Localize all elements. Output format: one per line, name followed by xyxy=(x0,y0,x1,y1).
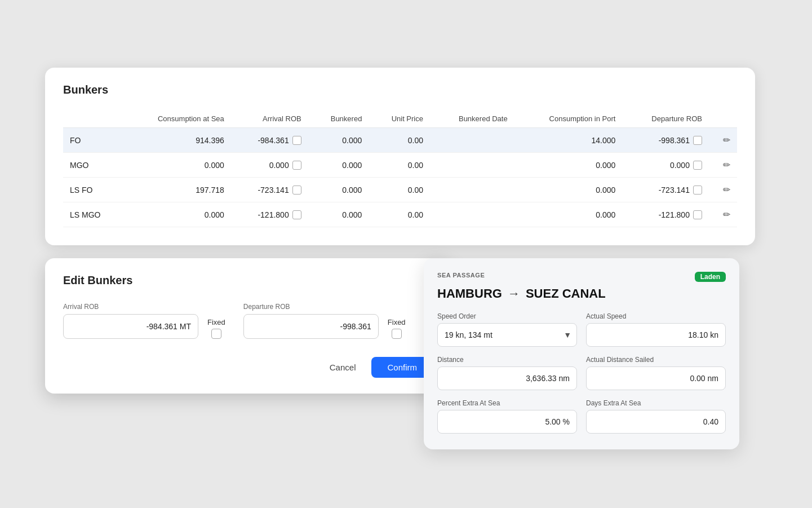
col-unit-price: Unit Price xyxy=(369,110,430,128)
speed-order-select[interactable]: 19 kn, 134 mt 18 kn, 120 mt 17 kn, 105 m… xyxy=(437,323,577,347)
sp-route: HAMBURG → SUEZ CANAL xyxy=(437,286,726,301)
arrival-fixed-label: Fixed xyxy=(207,318,225,326)
table-cell: -723.141 xyxy=(231,178,308,202)
modal-actions: Cancel Confirm xyxy=(63,357,433,378)
table-cell: 0.000 xyxy=(308,153,369,178)
sea-passage-panel: SEA PASSAGE Laden HAMBURG → SUEZ CANAL S… xyxy=(424,258,739,449)
edit-icon[interactable]: ✏ xyxy=(723,135,730,145)
speed-order-label: Speed Order xyxy=(437,312,577,320)
edit-cell: ✏ xyxy=(709,128,737,153)
cancel-button[interactable]: Cancel xyxy=(321,357,365,378)
arrival-fixed-checkbox[interactable] xyxy=(211,329,221,339)
percent-extra-label: Percent Extra At Sea xyxy=(437,399,577,407)
modal-fields: Arrival ROB Fixed Departure ROB Fixed xyxy=(63,303,433,339)
rob-checkbox[interactable] xyxy=(693,185,702,195)
table-row: MGO0.0000.0000.0000.000.0000.000✏ xyxy=(63,153,737,178)
table-cell: -984.361 xyxy=(231,128,308,153)
arrival-rob-label: Arrival ROB xyxy=(63,303,198,311)
table-row: LS FO197.718-723.1410.0000.000.000-723.1… xyxy=(63,178,737,202)
table-cell: 914.396 xyxy=(123,128,231,153)
sp-label: SEA PASSAGE xyxy=(437,272,485,279)
table-cell: -121.800 xyxy=(231,202,308,227)
table-cell: -998.361 xyxy=(622,128,709,153)
sp-fields: Speed Order 19 kn, 134 mt 18 kn, 120 mt … xyxy=(437,312,726,434)
table-cell: 0.000 xyxy=(514,153,623,178)
departure-rob-field: Departure ROB xyxy=(243,303,379,339)
departure-rob-label: Departure ROB xyxy=(243,303,379,311)
table-cell xyxy=(430,128,514,153)
departure-rob-group: Departure ROB Fixed xyxy=(243,303,406,339)
table-cell: 14.000 xyxy=(514,128,623,153)
sp-header: SEA PASSAGE Laden xyxy=(437,272,726,282)
arrival-rob-input[interactable] xyxy=(63,314,198,339)
table-row: LS MGO0.000-121.8000.0000.000.000-121.80… xyxy=(63,202,737,227)
table-cell: 0.000 xyxy=(308,128,369,153)
bunkers-table: Consumption at Sea Arrival ROB Bunkered … xyxy=(63,110,737,227)
rob-checkbox[interactable] xyxy=(693,161,702,170)
departure-fixed-group: Fixed xyxy=(388,318,406,339)
table-cell xyxy=(430,202,514,227)
actual-distance-sailed-label: Actual Distance Sailed xyxy=(586,356,726,364)
table-cell: FO xyxy=(63,128,123,153)
actual-speed-field: Actual Speed 18.10 kn xyxy=(586,312,726,347)
col-fuel xyxy=(63,110,123,128)
modal-title: Edit Bunkers xyxy=(63,274,132,287)
percent-extra-value: 5.00 % xyxy=(437,410,577,434)
col-departure-rob: Departure ROB xyxy=(622,110,709,128)
rob-checkbox[interactable] xyxy=(292,210,301,219)
table-cell: 0.00 xyxy=(369,153,430,178)
rob-checkbox[interactable] xyxy=(693,136,702,145)
speed-order-select-wrapper: 19 kn, 134 mt 18 kn, 120 mt 17 kn, 105 m… xyxy=(437,323,577,347)
sp-from: HAMBURG xyxy=(437,286,502,301)
col-bunkered: Bunkered xyxy=(308,110,369,128)
sp-badge: Laden xyxy=(695,272,726,282)
edit-bunkers-modal: Edit Bunkers ✕ Arrival ROB Fixed Departu… xyxy=(45,258,451,394)
col-consumption-in-port: Consumption in Port xyxy=(514,110,623,128)
distance-value: 3,636.33 nm xyxy=(437,366,577,390)
table-row: FO914.396-984.3610.0000.0014.000-998.361… xyxy=(63,128,737,153)
col-bunkered-date: Bunkered Date xyxy=(430,110,514,128)
table-cell: 0.000 xyxy=(123,153,231,178)
rob-checkbox[interactable] xyxy=(292,136,301,145)
table-cell: 0.000 xyxy=(123,202,231,227)
arrival-rob-field: Arrival ROB xyxy=(63,303,198,339)
speed-order-field: Speed Order 19 kn, 134 mt 18 kn, 120 mt … xyxy=(437,312,577,347)
table-cell: -121.800 xyxy=(622,202,709,227)
bunkers-title: Bunkers xyxy=(63,83,737,96)
table-cell: 0.000 xyxy=(622,153,709,178)
rob-checkbox[interactable] xyxy=(693,210,702,219)
col-consumption-at-sea: Consumption at Sea xyxy=(123,110,231,128)
col-actions xyxy=(709,110,737,128)
edit-cell: ✏ xyxy=(709,202,737,227)
table-cell: 0.000 xyxy=(308,202,369,227)
percent-extra-field: Percent Extra At Sea 5.00 % xyxy=(437,399,577,434)
actual-speed-value: 18.10 kn xyxy=(586,323,726,347)
table-cell: 0.00 xyxy=(369,128,430,153)
distance-label: Distance xyxy=(437,356,577,364)
edit-icon[interactable]: ✏ xyxy=(723,210,730,219)
bunkers-panel: Bunkers Consumption at Sea Arrival ROB B… xyxy=(45,68,755,245)
modal-header: Edit Bunkers ✕ xyxy=(63,274,433,287)
rob-checkbox[interactable] xyxy=(292,185,301,195)
actual-speed-label: Actual Speed xyxy=(586,312,726,320)
distance-field: Distance 3,636.33 nm xyxy=(437,356,577,390)
departure-fixed-checkbox[interactable] xyxy=(392,329,402,339)
edit-icon[interactable]: ✏ xyxy=(723,160,730,170)
table-cell: 0.000 xyxy=(514,202,623,227)
edit-cell: ✏ xyxy=(709,153,737,178)
table-cell xyxy=(430,178,514,202)
rob-checkbox[interactable] xyxy=(292,161,301,170)
departure-rob-input[interactable] xyxy=(243,314,379,339)
actual-distance-sailed-value: 0.00 nm xyxy=(586,366,726,390)
table-cell: 197.718 xyxy=(123,178,231,202)
table-cell: 0.000 xyxy=(231,153,308,178)
table-cell: LS MGO xyxy=(63,202,123,227)
sp-arrow-icon: → xyxy=(508,286,520,301)
arrival-fixed-group: Fixed xyxy=(207,318,225,339)
table-cell: 0.000 xyxy=(514,178,623,202)
table-cell: LS FO xyxy=(63,178,123,202)
arrival-rob-group: Arrival ROB Fixed xyxy=(63,303,225,339)
edit-icon[interactable]: ✏ xyxy=(723,185,730,195)
sp-to: SUEZ CANAL xyxy=(526,286,606,301)
edit-cell: ✏ xyxy=(709,178,737,202)
